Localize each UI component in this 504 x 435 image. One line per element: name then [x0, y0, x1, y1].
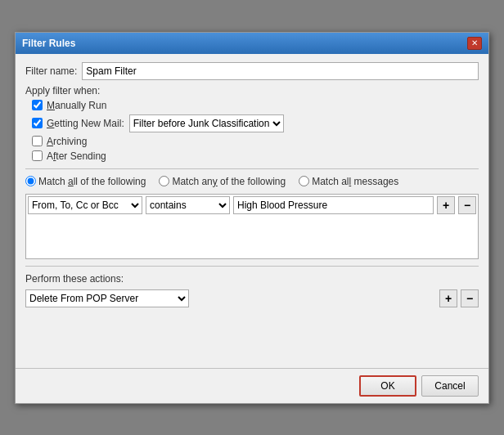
- archiving-label: Archiving: [47, 136, 87, 147]
- getting-new-mail-checkbox[interactable]: [32, 118, 43, 128]
- match-all-msgs-radio[interactable]: [299, 176, 309, 186]
- match-all-radio[interactable]: [25, 176, 36, 186]
- action-remove-button[interactable]: −: [461, 289, 479, 307]
- apply-when-label: Apply filter when:: [25, 85, 479, 96]
- match-options-row: Match all of the following Match any of …: [25, 176, 479, 187]
- condition-field-dropdown[interactable]: From, To, Cc or Bcc From To Subject Body: [28, 196, 142, 214]
- match-any-option[interactable]: Match any of the following: [159, 176, 286, 187]
- match-all-label: Match all of the following: [38, 176, 146, 187]
- match-all-msgs-option[interactable]: Match all messages: [299, 176, 398, 187]
- conditions-area: From, To, Cc or Bcc From To Subject Body…: [25, 194, 479, 259]
- match-all-msgs-label: Match all messages: [312, 176, 398, 187]
- dialog-title: Filter Rules: [22, 38, 75, 49]
- filter-rules-dialog: Filter Rules ✕ Filter name: Apply filter…: [15, 32, 489, 404]
- manually-run-row: Manually Run: [32, 100, 479, 111]
- match-any-label: Match any of the following: [172, 176, 286, 187]
- after-sending-checkbox[interactable]: [32, 150, 43, 161]
- filter-name-label: Filter name:: [25, 65, 77, 77]
- condition-operator-dropdown[interactable]: contains doesn't contain is isn't: [146, 196, 230, 214]
- actions-label: Perform these actions:: [25, 273, 479, 285]
- dialog-body: Filter name: Apply filter when: Manually…: [16, 54, 488, 365]
- dialog-footer: OK Cancel: [16, 368, 488, 403]
- condition-add-button[interactable]: +: [437, 196, 455, 214]
- manually-run-checkbox[interactable]: [32, 100, 43, 110]
- archiving-checkbox[interactable]: [32, 136, 43, 146]
- actions-section: Perform these actions: Delete From POP S…: [25, 266, 479, 357]
- ok-button[interactable]: OK: [359, 375, 416, 397]
- action-add-button[interactable]: +: [439, 289, 457, 307]
- getting-new-mail-label: Getting New Mail:: [47, 118, 124, 129]
- actions-empty-area: [25, 307, 479, 357]
- getting-new-mail-row: Getting New Mail: Filter before Junk Cla…: [32, 114, 479, 132]
- after-sending-row: After Sending: [32, 150, 479, 162]
- after-sending-label: After Sending: [47, 150, 106, 162]
- condition-row: From, To, Cc or Bcc From To Subject Body…: [28, 196, 476, 214]
- mail-filter-dropdown[interactable]: Filter before Junk Classification Filter…: [129, 114, 284, 132]
- condition-value-input[interactable]: [233, 196, 434, 214]
- cancel-button[interactable]: Cancel: [421, 375, 479, 397]
- separator-1: [25, 168, 479, 169]
- action-dropdown[interactable]: Delete From POP Server Move to Folder Co…: [25, 289, 189, 307]
- condition-remove-button[interactable]: −: [458, 196, 476, 214]
- match-all-option[interactable]: Match all of the following: [25, 176, 146, 187]
- archiving-row: Archiving: [32, 136, 479, 147]
- action-row: Delete From POP Server Move to Folder Co…: [25, 289, 479, 307]
- filter-name-input[interactable]: [82, 62, 479, 80]
- match-any-radio[interactable]: [159, 176, 169, 186]
- filter-name-row: Filter name:: [25, 62, 479, 80]
- title-bar: Filter Rules ✕: [16, 33, 488, 54]
- close-button[interactable]: ✕: [467, 37, 482, 50]
- manually-run-label: Manually Run: [47, 100, 106, 111]
